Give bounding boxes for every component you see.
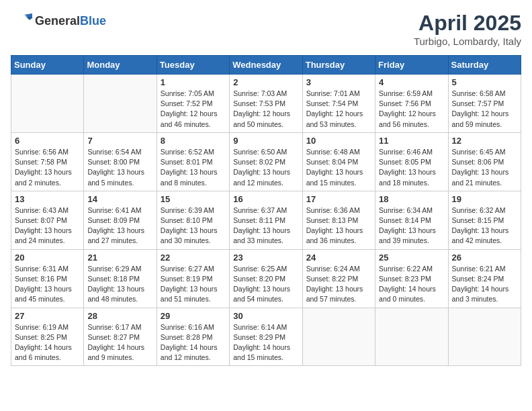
day-number: 25 bbox=[379, 253, 444, 263]
calendar-cell: 13Sunrise: 6:43 AM Sunset: 8:07 PM Dayli… bbox=[11, 191, 84, 249]
calendar-cell: 3Sunrise: 7:01 AM Sunset: 7:54 PM Daylig… bbox=[302, 75, 375, 133]
day-number: 17 bbox=[306, 194, 371, 204]
week-row-2: 6Sunrise: 6:56 AM Sunset: 7:58 PM Daylig… bbox=[11, 132, 521, 191]
calendar-cell: 20Sunrise: 6:31 AM Sunset: 8:16 PM Dayli… bbox=[11, 249, 84, 308]
weekday-monday: Monday bbox=[84, 56, 157, 75]
week-row-3: 13Sunrise: 6:43 AM Sunset: 8:07 PM Dayli… bbox=[11, 191, 521, 249]
day-number: 14 bbox=[87, 194, 152, 204]
day-info: Sunrise: 6:31 AM Sunset: 8:16 PM Dayligh… bbox=[15, 264, 80, 305]
day-info: Sunrise: 6:17 AM Sunset: 8:27 PM Dayligh… bbox=[87, 322, 152, 363]
day-info: Sunrise: 6:16 AM Sunset: 8:28 PM Dayligh… bbox=[161, 322, 226, 363]
calendar-cell: 15Sunrise: 6:39 AM Sunset: 8:10 PM Dayli… bbox=[157, 191, 229, 249]
calendar-cell: 14Sunrise: 6:41 AM Sunset: 8:09 PM Dayli… bbox=[84, 191, 157, 249]
calendar-cell: 19Sunrise: 6:32 AM Sunset: 8:15 PM Dayli… bbox=[448, 191, 521, 249]
day-info: Sunrise: 6:39 AM Sunset: 8:10 PM Dayligh… bbox=[161, 205, 226, 246]
calendar-cell: 18Sunrise: 6:34 AM Sunset: 8:14 PM Dayli… bbox=[375, 191, 448, 249]
day-info: Sunrise: 6:24 AM Sunset: 8:22 PM Dayligh… bbox=[306, 264, 371, 305]
weekday-saturday: Saturday bbox=[448, 56, 521, 75]
day-number: 22 bbox=[161, 253, 226, 263]
calendar-table: SundayMondayTuesdayWednesdayThursdayFrid… bbox=[11, 55, 521, 366]
day-number: 6 bbox=[15, 136, 80, 146]
day-info: Sunrise: 6:45 AM Sunset: 8:06 PM Dayligh… bbox=[452, 147, 517, 188]
day-number: 4 bbox=[379, 77, 444, 87]
day-info: Sunrise: 6:56 AM Sunset: 7:58 PM Dayligh… bbox=[15, 147, 80, 188]
month-title: April 2025 bbox=[414, 11, 521, 36]
day-info: Sunrise: 6:52 AM Sunset: 8:01 PM Dayligh… bbox=[161, 147, 226, 188]
day-number: 3 bbox=[306, 77, 371, 87]
day-info: Sunrise: 6:59 AM Sunset: 7:56 PM Dayligh… bbox=[379, 89, 444, 130]
day-number: 2 bbox=[233, 77, 298, 87]
calendar-cell: 25Sunrise: 6:22 AM Sunset: 8:23 PM Dayli… bbox=[375, 249, 448, 308]
calendar-cell bbox=[11, 75, 84, 133]
day-info: Sunrise: 6:36 AM Sunset: 8:13 PM Dayligh… bbox=[306, 205, 371, 246]
weekday-friday: Friday bbox=[375, 56, 448, 75]
day-info: Sunrise: 6:32 AM Sunset: 8:15 PM Dayligh… bbox=[452, 205, 517, 246]
calendar-cell: 10Sunrise: 6:48 AM Sunset: 8:04 PM Dayli… bbox=[302, 132, 375, 191]
calendar-cell: 9Sunrise: 6:50 AM Sunset: 8:02 PM Daylig… bbox=[230, 132, 302, 191]
calendar-cell: 7Sunrise: 6:54 AM Sunset: 8:00 PM Daylig… bbox=[84, 132, 157, 191]
day-info: Sunrise: 7:03 AM Sunset: 7:53 PM Dayligh… bbox=[233, 89, 298, 130]
day-info: Sunrise: 6:37 AM Sunset: 8:11 PM Dayligh… bbox=[233, 205, 298, 246]
day-info: Sunrise: 7:05 AM Sunset: 7:52 PM Dayligh… bbox=[161, 89, 226, 130]
calendar-cell: 8Sunrise: 6:52 AM Sunset: 8:01 PM Daylig… bbox=[157, 132, 229, 191]
calendar-cell bbox=[448, 308, 521, 366]
day-number: 5 bbox=[452, 77, 517, 87]
day-info: Sunrise: 6:22 AM Sunset: 8:23 PM Dayligh… bbox=[379, 264, 444, 305]
weekday-sunday: Sunday bbox=[11, 56, 84, 75]
day-number: 7 bbox=[87, 136, 152, 146]
calendar-cell: 28Sunrise: 6:17 AM Sunset: 8:27 PM Dayli… bbox=[84, 308, 157, 366]
calendar-cell bbox=[375, 308, 448, 366]
day-number: 13 bbox=[15, 194, 80, 204]
day-info: Sunrise: 6:34 AM Sunset: 8:14 PM Dayligh… bbox=[379, 205, 444, 246]
day-info: Sunrise: 6:29 AM Sunset: 8:18 PM Dayligh… bbox=[87, 264, 152, 305]
week-row-5: 27Sunrise: 6:19 AM Sunset: 8:25 PM Dayli… bbox=[11, 308, 521, 366]
day-info: Sunrise: 6:21 AM Sunset: 8:24 PM Dayligh… bbox=[452, 264, 517, 305]
week-row-4: 20Sunrise: 6:31 AM Sunset: 8:16 PM Dayli… bbox=[11, 249, 521, 308]
calendar-cell: 2Sunrise: 7:03 AM Sunset: 7:53 PM Daylig… bbox=[230, 75, 302, 133]
day-info: Sunrise: 7:01 AM Sunset: 7:54 PM Dayligh… bbox=[306, 89, 371, 130]
calendar-cell: 27Sunrise: 6:19 AM Sunset: 8:25 PM Dayli… bbox=[11, 308, 84, 366]
day-number: 10 bbox=[306, 136, 371, 146]
day-info: Sunrise: 6:19 AM Sunset: 8:25 PM Dayligh… bbox=[15, 322, 80, 363]
calendar-cell: 23Sunrise: 6:25 AM Sunset: 8:20 PM Dayli… bbox=[230, 249, 302, 308]
day-info: Sunrise: 6:14 AM Sunset: 8:29 PM Dayligh… bbox=[233, 322, 298, 363]
day-info: Sunrise: 6:43 AM Sunset: 8:07 PM Dayligh… bbox=[15, 205, 80, 246]
day-number: 18 bbox=[379, 194, 444, 204]
calendar-cell: 30Sunrise: 6:14 AM Sunset: 8:29 PM Dayli… bbox=[230, 308, 302, 366]
day-number: 8 bbox=[161, 136, 226, 146]
logo: GeneralBlue bbox=[11, 11, 106, 32]
week-row-1: 1Sunrise: 7:05 AM Sunset: 7:52 PM Daylig… bbox=[11, 75, 521, 133]
day-number: 21 bbox=[87, 253, 152, 263]
day-number: 20 bbox=[15, 253, 80, 263]
calendar-cell bbox=[302, 308, 375, 366]
title-block: April 2025 Turbigo, Lombardy, Italy bbox=[414, 11, 521, 47]
calendar-cell: 26Sunrise: 6:21 AM Sunset: 8:24 PM Dayli… bbox=[448, 249, 521, 308]
day-number: 28 bbox=[87, 311, 152, 321]
day-number: 1 bbox=[161, 77, 226, 87]
logo-bird-icon bbox=[11, 11, 32, 32]
weekday-wednesday: Wednesday bbox=[230, 56, 302, 75]
page-header: GeneralBlue April 2025 Turbigo, Lombardy… bbox=[11, 11, 521, 47]
day-number: 26 bbox=[452, 253, 517, 263]
calendar-cell: 4Sunrise: 6:59 AM Sunset: 7:56 PM Daylig… bbox=[375, 75, 448, 133]
day-info: Sunrise: 6:41 AM Sunset: 8:09 PM Dayligh… bbox=[87, 205, 152, 246]
day-number: 9 bbox=[233, 136, 298, 146]
calendar-cell: 29Sunrise: 6:16 AM Sunset: 8:28 PM Dayli… bbox=[157, 308, 229, 366]
calendar-cell bbox=[84, 75, 157, 133]
calendar-cell: 12Sunrise: 6:45 AM Sunset: 8:06 PM Dayli… bbox=[448, 132, 521, 191]
day-number: 16 bbox=[233, 194, 298, 204]
calendar-cell: 21Sunrise: 6:29 AM Sunset: 8:18 PM Dayli… bbox=[84, 249, 157, 308]
day-number: 11 bbox=[379, 136, 444, 146]
calendar-cell: 16Sunrise: 6:37 AM Sunset: 8:11 PM Dayli… bbox=[230, 191, 302, 249]
day-info: Sunrise: 6:48 AM Sunset: 8:04 PM Dayligh… bbox=[306, 147, 371, 188]
calendar-cell: 22Sunrise: 6:27 AM Sunset: 8:19 PM Dayli… bbox=[157, 249, 229, 308]
calendar-cell: 24Sunrise: 6:24 AM Sunset: 8:22 PM Dayli… bbox=[302, 249, 375, 308]
day-number: 27 bbox=[15, 311, 80, 321]
day-number: 15 bbox=[161, 194, 226, 204]
day-number: 12 bbox=[452, 136, 517, 146]
day-info: Sunrise: 6:46 AM Sunset: 8:05 PM Dayligh… bbox=[379, 147, 444, 188]
weekday-header-row: SundayMondayTuesdayWednesdayThursdayFrid… bbox=[11, 56, 521, 75]
logo-blue-text: Blue bbox=[80, 14, 106, 28]
day-info: Sunrise: 6:58 AM Sunset: 7:57 PM Dayligh… bbox=[452, 89, 517, 130]
day-info: Sunrise: 6:25 AM Sunset: 8:20 PM Dayligh… bbox=[233, 264, 298, 305]
